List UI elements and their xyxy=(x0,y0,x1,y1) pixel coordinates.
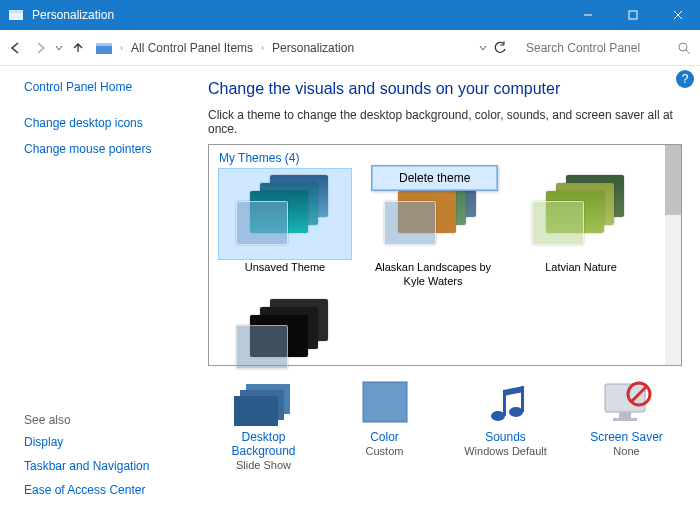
svg-rect-3 xyxy=(629,11,637,19)
theme-item[interactable]: Latvian Nature xyxy=(515,169,647,289)
breadcrumb-root[interactable]: All Control Panel Items xyxy=(127,39,257,57)
svg-rect-20 xyxy=(613,418,637,421)
svg-rect-19 xyxy=(619,412,631,418)
themes-panel: My Themes (4) Unsaved Theme xyxy=(208,144,682,366)
desktop-background-icon xyxy=(230,378,298,426)
theme-item[interactable] xyxy=(219,293,351,369)
color-link[interactable]: Color Custom xyxy=(330,378,440,471)
screen-saver-icon xyxy=(593,378,661,426)
seealso-taskbar[interactable]: Taskbar and Navigation xyxy=(24,459,192,473)
breadcrumb: › All Control Panel Items › Personalizat… xyxy=(120,39,358,57)
seealso-display[interactable]: Display xyxy=(24,435,192,449)
svg-line-9 xyxy=(686,50,690,54)
back-button[interactable] xyxy=(4,36,28,60)
context-delete-theme[interactable]: Delete theme xyxy=(372,166,497,190)
sounds-link[interactable]: Sounds Windows Default xyxy=(451,378,561,471)
refresh-button[interactable] xyxy=(490,41,510,55)
setting-label: Color xyxy=(330,430,440,444)
scrollbar-thumb[interactable] xyxy=(665,145,681,215)
setting-label: Screen Saver xyxy=(572,430,682,444)
svg-rect-7 xyxy=(96,43,112,46)
setting-value: Windows Default xyxy=(451,445,561,457)
titlebar: Personalization xyxy=(0,0,700,30)
sidebar-home[interactable]: Control Panel Home xyxy=(24,80,192,94)
sounds-icon xyxy=(472,378,540,426)
search-input[interactable] xyxy=(522,39,672,57)
seealso-label: See also xyxy=(24,413,192,427)
main-content: ? Change the visuals and sounds on your … xyxy=(200,66,700,515)
setting-label: Desktop Background xyxy=(209,430,319,458)
svg-point-8 xyxy=(679,43,687,51)
theme-label: Unsaved Theme xyxy=(219,261,351,287)
svg-rect-18 xyxy=(605,384,645,412)
setting-value: None xyxy=(572,445,682,457)
theme-item[interactable]: Unsaved Theme xyxy=(219,169,351,289)
location-icon xyxy=(94,38,114,58)
minimize-button[interactable] xyxy=(565,0,610,30)
sidebar-link-mouse-pointers[interactable]: Change mouse pointers xyxy=(24,142,192,156)
search-icon xyxy=(672,36,696,60)
sidebar-link-desktop-icons[interactable]: Change desktop icons xyxy=(24,116,192,130)
sidebar: Control Panel Home Change desktop icons … xyxy=(0,66,200,515)
settings-row: Desktop Background Slide Show Color Cust… xyxy=(208,378,682,471)
svg-point-15 xyxy=(509,407,523,417)
svg-rect-12 xyxy=(234,396,278,426)
setting-value: Slide Show xyxy=(209,459,319,471)
context-menu: Delete theme xyxy=(371,165,498,191)
theme-label: Latvian Nature xyxy=(515,261,647,287)
address-dropdown[interactable] xyxy=(476,43,490,53)
svg-point-14 xyxy=(491,411,505,421)
chevron-right-icon: › xyxy=(120,43,123,53)
setting-value: Custom xyxy=(330,445,440,457)
maximize-button[interactable] xyxy=(610,0,655,30)
page-subtitle: Click a theme to change the desktop back… xyxy=(208,108,682,136)
setting-label: Sounds xyxy=(451,430,561,444)
color-icon xyxy=(351,378,419,426)
up-button[interactable] xyxy=(66,36,90,60)
themes-header: My Themes (4) xyxy=(219,151,671,165)
app-icon xyxy=(8,7,24,23)
svg-rect-13 xyxy=(363,382,407,422)
help-icon[interactable]: ? xyxy=(676,70,694,88)
svg-rect-1 xyxy=(9,10,23,13)
screen-saver-link[interactable]: Screen Saver None xyxy=(572,378,682,471)
forward-button[interactable] xyxy=(28,36,52,60)
seealso-ease-of-access[interactable]: Ease of Access Center xyxy=(24,483,192,497)
breadcrumb-current[interactable]: Personalization xyxy=(268,39,358,57)
window-title: Personalization xyxy=(32,8,114,22)
chevron-right-icon: › xyxy=(261,43,264,53)
navbar: › All Control Panel Items › Personalizat… xyxy=(0,30,700,66)
history-dropdown[interactable] xyxy=(52,44,66,52)
theme-item[interactable]: Alaskan Landscapes by Kyle Waters Delete… xyxy=(367,169,499,289)
close-button[interactable] xyxy=(655,0,700,30)
page-heading: Change the visuals and sounds on your co… xyxy=(208,80,682,98)
theme-label: Alaskan Landscapes by Kyle Waters xyxy=(367,261,499,289)
desktop-background-link[interactable]: Desktop Background Slide Show xyxy=(209,378,319,471)
